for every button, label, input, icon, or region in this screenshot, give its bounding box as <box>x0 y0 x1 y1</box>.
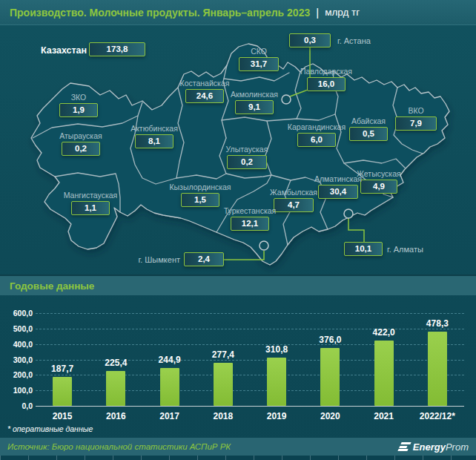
region-label: Туркестанская <box>224 206 277 215</box>
region-label: ЗКО <box>71 93 87 102</box>
title-separator: | <box>316 6 319 19</box>
bar-column: 422,0 <box>357 313 411 406</box>
region-label: Улытауская <box>226 145 268 154</box>
region-label: Карагандинская <box>288 122 346 131</box>
region-value-box: 10,1 <box>344 242 383 256</box>
region-label: Жетысуская <box>357 169 400 178</box>
bar-value-label: 277,4 <box>196 349 250 360</box>
chart-footnote: * оперативные данные <box>7 424 93 433</box>
bar-value-label: 225,4 <box>89 358 142 368</box>
energyprom-logo-icon <box>397 442 411 451</box>
region-value-box: 31,7 <box>239 57 279 71</box>
region-value-box: 8,1 <box>135 134 173 148</box>
region-value-box: 2,4 <box>184 252 224 266</box>
x-axis-tick-label: 2022/12* <box>411 411 464 421</box>
bar <box>106 371 125 406</box>
x-axis-line <box>36 406 464 407</box>
y-axis-tick-label: 0,0 <box>1 401 33 410</box>
logo-text-bold: Energy <box>413 441 446 453</box>
y-axis-tick-label: 300,0 <box>1 355 33 364</box>
page-title: Производство. Молочные продукты. Январь–… <box>10 7 310 19</box>
region-label: Абайская <box>351 116 386 125</box>
bar-column: 277,4 <box>196 313 250 406</box>
region-label: ВКО <box>408 106 423 115</box>
region-label: г. Шымкент <box>139 255 181 264</box>
energyprom-logo: EnergyProm <box>400 440 469 453</box>
region-value-box: 30,4 <box>318 185 358 199</box>
chart-plot-area: 600,0500,0400,0300,0200,0100,00,0187,720… <box>36 313 464 406</box>
region-label: Актюбинская <box>130 124 178 133</box>
region-value-box: 7,9 <box>395 116 437 131</box>
y-axis-tick-label: 100,0 <box>1 386 33 395</box>
bar-column: 478,3 <box>411 313 464 406</box>
region-value-box: 0,5 <box>349 127 388 141</box>
bar <box>160 368 179 406</box>
bottom-strip <box>0 456 476 460</box>
x-axis-tick-label: 2015 <box>36 411 89 421</box>
y-axis-tick-label: 500,0 <box>1 324 33 333</box>
region-value-box: 0,2 <box>227 155 267 169</box>
bar <box>374 341 394 406</box>
annual-section-title: Годовые данные <box>10 280 94 292</box>
region-value-box: 4,9 <box>360 180 397 194</box>
region-label: г. Астана <box>337 36 371 45</box>
footer-bar: Источник: Бюро национальной статистики А… <box>0 438 476 456</box>
header-bar: Производство. Молочные продукты. Январь–… <box>0 0 476 25</box>
bar-value-label: 310,8 <box>250 344 303 355</box>
region-value-box: 0,3 <box>289 33 331 47</box>
region-label: г. Алматы <box>387 245 423 254</box>
region-label: Алматинская <box>314 174 362 183</box>
region-value-box: 12,1 <box>231 217 269 231</box>
annual-bar-chart: 600,0500,0400,0300,0200,0100,00,0187,720… <box>0 295 476 438</box>
bar <box>267 358 286 406</box>
region-label: Атырауская <box>59 131 102 140</box>
x-axis-tick-label: 2016 <box>89 411 142 421</box>
almaty-marker <box>344 209 353 218</box>
annual-section-header: Годовые данные <box>0 275 476 295</box>
bar-column: 310,8 <box>250 313 303 406</box>
region-value-box: 16,0 <box>307 77 346 91</box>
shymkent-marker <box>260 241 268 250</box>
bar-column: 376,0 <box>303 313 357 406</box>
region-value-box: 1,9 <box>59 103 98 117</box>
region-value-box: 4,7 <box>274 198 314 212</box>
region-label: Жамбылская <box>270 188 317 197</box>
infographic-root: Производство. Молочные продукты. Январь–… <box>0 0 476 460</box>
region-label: Костанайская <box>180 79 230 88</box>
region-label: Мангистауская <box>64 191 118 200</box>
bar-column: 244,9 <box>143 313 196 406</box>
region-value-box: 1,5 <box>181 193 219 207</box>
bar <box>428 332 447 406</box>
bar <box>320 348 340 406</box>
x-axis-tick-label: 2019 <box>250 411 303 421</box>
y-axis-tick-label: 400,0 <box>1 340 33 349</box>
astana-marker <box>282 95 291 104</box>
country-value-box: 173,8 <box>89 42 145 56</box>
bar-value-label: 422,0 <box>357 327 411 338</box>
bar-value-label: 376,0 <box>303 335 357 345</box>
bar-value-label: 187,7 <box>36 364 89 374</box>
region-label: Акмолинская <box>231 90 278 99</box>
region-label: СКО <box>251 47 267 56</box>
country-label: Казахстан <box>41 45 87 56</box>
region-value-box: 1,1 <box>71 201 110 215</box>
region-value-box: 0,2 <box>62 142 100 156</box>
region-label: Павлодарская <box>300 67 352 76</box>
unit-label: млрд тг <box>325 7 360 18</box>
region-label: Кызылординская <box>169 183 231 191</box>
y-axis-tick-label: 200,0 <box>1 370 33 379</box>
source-text: Источник: Бюро национальной статистики А… <box>7 442 231 451</box>
y-axis-tick-label: 600,0 <box>1 309 33 318</box>
bar-column: 187,7 <box>36 313 89 406</box>
x-axis-tick-label: 2018 <box>196 411 250 421</box>
region-value-box: 9,1 <box>235 100 274 114</box>
bar <box>214 363 233 406</box>
x-axis-tick-label: 2017 <box>143 411 196 421</box>
region-value-box: 24,6 <box>185 89 224 103</box>
bar-value-label: 478,3 <box>411 318 464 329</box>
x-axis-tick-label: 2021 <box>357 411 411 421</box>
region-value-box: 6,0 <box>297 133 336 147</box>
bar <box>53 377 72 406</box>
bar-value-label: 244,9 <box>143 355 196 365</box>
logo-text-light: Prom <box>446 441 469 453</box>
